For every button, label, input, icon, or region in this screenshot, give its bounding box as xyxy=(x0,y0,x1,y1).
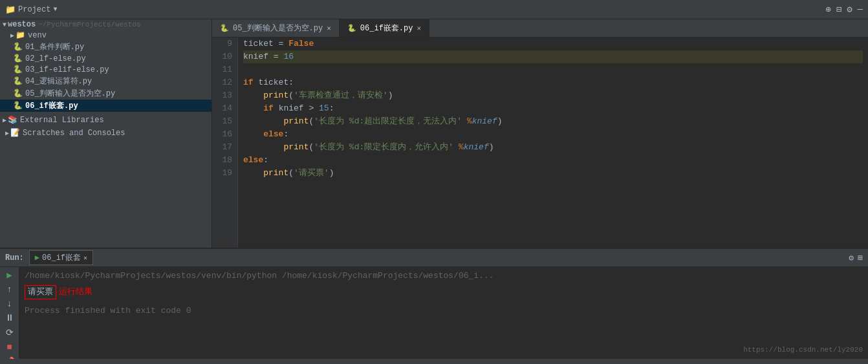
code-line-11 xyxy=(243,63,863,76)
bottom-panel: Run: ▶ 06_if嵌套 ✕ ⚙ ⊞ ▶ ↑ ↓ ⏸ ⟳ ■ 📌 🗑 xyxy=(0,248,868,364)
venv-folder[interactable]: ▶ 📁 venv xyxy=(0,30,212,41)
title-bar-left: 📁 Project ▼ xyxy=(5,5,57,15)
file-03[interactable]: 🐍 03_if-elif-else.py xyxy=(0,64,212,75)
output-text-box: 请买票 xyxy=(25,285,56,299)
dropdown-arrow[interactable]: ▼ xyxy=(53,6,57,13)
file-06[interactable]: 🐍 06_if嵌套.py xyxy=(0,100,212,112)
run-cmd-line: /home/kiosk/PycharmProjects/westos/venv/… xyxy=(25,270,863,283)
watermark: https://blog.csdn.net/ly2020 xyxy=(743,343,863,356)
project-root[interactable]: ▼ westos ~/PycharmProjects/westos xyxy=(0,19,212,30)
title-bar-icons: ⊕ ⊟ ⚙ — xyxy=(825,4,863,15)
line-numbers: 9 10 11 12 13 14 15 16 17 18 19 xyxy=(212,37,238,248)
tab-06-close[interactable]: ✕ xyxy=(417,24,421,32)
tab-06[interactable]: 🐍 06_if嵌套.py ✕ xyxy=(340,19,429,37)
code-line-19: print('请买票') xyxy=(243,167,863,180)
split-icon[interactable]: ⊟ xyxy=(836,4,841,15)
ext-lib-icon: 📚 xyxy=(8,115,17,125)
run-tab-label: 06_if嵌套 xyxy=(42,252,81,263)
file-06-label: 06_if嵌套.py xyxy=(25,100,78,111)
minimize-icon[interactable]: — xyxy=(858,4,863,15)
run-output[interactable]: /home/kiosk/PycharmProjects/westos/venv/… xyxy=(19,267,868,359)
code-line-13: print('车票检查通过，请安检') xyxy=(243,89,863,102)
code-line-14: if knief > 15: xyxy=(243,102,863,115)
code-content[interactable]: ticket = False knief = 16 if ticket: pri… xyxy=(238,37,868,248)
run-pause-btn[interactable]: ⏸ xyxy=(2,313,17,323)
bottom-scrollbar[interactable] xyxy=(0,359,868,364)
py-icon-01: 🐍 xyxy=(13,42,23,52)
py-icon-03: 🐍 xyxy=(13,65,23,74)
code-line-18: else: xyxy=(243,154,863,167)
code-line-9: ticket = False xyxy=(243,37,863,50)
code-line-17: print('长度为 %d:限定长度内，允许入内' %knief) xyxy=(243,141,863,154)
project-root-path: ~/PycharmProjects/westos xyxy=(38,21,140,28)
collapse-arrow: ▼ xyxy=(3,21,6,28)
file-02-label: 02_lf-else.py xyxy=(25,54,86,63)
tab-05-close[interactable]: ✕ xyxy=(327,24,331,32)
editor-tabs: 🐍 05_判断输入是否为空.py ✕ 🐍 06_if嵌套.py ✕ xyxy=(212,19,868,37)
code-line-15: print('长度为 %d:超出限定长度，无法入内' %knief) xyxy=(243,115,863,128)
file-02[interactable]: 🐍 02_lf-else.py xyxy=(0,53,212,64)
py-icon-04: 🐍 xyxy=(13,76,23,86)
code-line-10: knief = 16 xyxy=(243,50,863,63)
file-03-label: 03_if-elif-else.py xyxy=(25,65,109,74)
run-label: Run: xyxy=(5,253,24,262)
venv-collapse: ▶ xyxy=(10,32,14,39)
scratches-arrow: ▶ xyxy=(5,129,9,137)
file-05[interactable]: 🐍 05_判断输入是否为空.py xyxy=(0,87,212,100)
tab-05-label: 05_判断输入是否为空.py xyxy=(233,23,323,34)
file-01-label: 01_条件判断.py xyxy=(25,41,84,52)
project-label: Project xyxy=(18,5,50,14)
file-04[interactable]: 🐍 04_逻辑运算符.py xyxy=(0,75,212,87)
tab-05[interactable]: 🐍 05_判断输入是否为空.py ✕ xyxy=(212,19,340,37)
external-libraries-label: External Libraries xyxy=(20,116,104,125)
venv-label: venv xyxy=(28,31,47,40)
run-stop-btn[interactable]: ■ xyxy=(2,342,17,352)
code-line-12: if ticket: xyxy=(243,76,863,89)
run-tab-close-btn[interactable]: ✕ xyxy=(83,254,87,262)
code-line-16: else: xyxy=(243,128,863,141)
project-root-label: westos xyxy=(8,20,36,29)
tab-06-label: 06_if嵌套.py xyxy=(360,23,413,34)
ext-lib-arrow: ▶ xyxy=(3,116,6,124)
add-icon[interactable]: ⊕ xyxy=(825,4,830,15)
output-annotation: 运行结果 xyxy=(59,286,92,299)
folder-icon: 📁 xyxy=(16,30,25,40)
sidebar: ▼ westos ~/PycharmProjects/westos ▶ 📁 ve… xyxy=(0,19,212,248)
run-up-btn[interactable]: ↑ xyxy=(2,284,17,295)
editor-area: 🐍 05_判断输入是否为空.py ✕ 🐍 06_if嵌套.py ✕ 9 10 1… xyxy=(212,19,868,248)
run-tab-icon: ▶ xyxy=(35,253,39,262)
run-down-btn[interactable]: ↓ xyxy=(2,299,17,309)
scratches-icon: 📝 xyxy=(10,128,20,138)
run-sidebar: ▶ ↑ ↓ ⏸ ⟳ ■ 📌 🗑 xyxy=(0,267,19,359)
process-line: Process finished with exit code 0 xyxy=(25,305,863,317)
title-bar: 📁 Project ▼ ⊕ ⊟ ⚙ — xyxy=(0,0,868,19)
run-play-btn[interactable]: ▶ xyxy=(2,270,17,281)
run-tab[interactable]: ▶ 06_if嵌套 ✕ xyxy=(29,250,93,265)
py-icon-02: 🐍 xyxy=(13,54,23,63)
settings-gear-icon[interactable]: ⚙ xyxy=(849,253,854,263)
py-icon-05: 🐍 xyxy=(13,89,23,98)
code-editor[interactable]: 9 10 11 12 13 14 15 16 17 18 19 ticket =… xyxy=(212,37,868,248)
file-01[interactable]: 🐍 01_条件判断.py xyxy=(0,41,212,53)
file-04-label: 04_逻辑运算符.py xyxy=(25,76,92,87)
main-area: ▼ westos ~/PycharmProjects/westos ▶ 📁 ve… xyxy=(0,19,868,248)
tab-06-icon: 🐍 xyxy=(347,24,356,32)
bottom-tabs: Run: ▶ 06_if嵌套 ✕ ⚙ ⊞ xyxy=(0,249,868,267)
run-panel-body: ▶ ↑ ↓ ⏸ ⟳ ■ 📌 🗑 /home/kiosk/PycharmProje… xyxy=(0,267,868,359)
bottom-settings: ⚙ ⊞ xyxy=(849,253,863,263)
py-icon-06: 🐍 xyxy=(13,101,23,111)
tab-05-icon: 🐍 xyxy=(220,24,229,32)
external-libraries[interactable]: ▶ 📚 External Libraries xyxy=(0,114,212,125)
restore-icon[interactable]: ⊞ xyxy=(858,253,863,263)
scratches-and-consoles[interactable]: ▶ 📝 Scratches and Consoles xyxy=(0,125,212,140)
settings-icon[interactable]: ⚙ xyxy=(847,4,852,15)
output-line: 请买票 运行结果 xyxy=(25,285,863,299)
scratches-label: Scratches and Consoles xyxy=(23,129,125,138)
run-reload-btn[interactable]: ⟳ xyxy=(2,327,17,338)
file-05-label: 05_判断输入是否为空.py xyxy=(25,88,115,99)
project-icon: 📁 xyxy=(5,5,16,15)
